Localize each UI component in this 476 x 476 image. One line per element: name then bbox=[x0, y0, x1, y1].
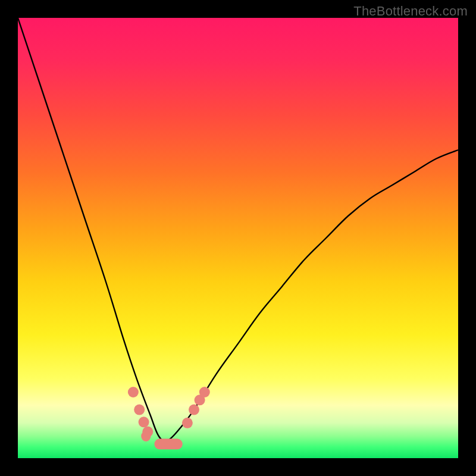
plot-area bbox=[18, 18, 458, 458]
curve-marker bbox=[199, 387, 210, 397]
curve-marker-capsule bbox=[154, 439, 182, 449]
watermark-text: TheBottleneck.com bbox=[353, 4, 468, 19]
marker-layer bbox=[128, 387, 210, 449]
curve-marker bbox=[182, 418, 193, 428]
chart-svg bbox=[18, 18, 458, 458]
curve-marker bbox=[189, 405, 199, 415]
curve-marker bbox=[134, 405, 145, 415]
bottleneck-curve bbox=[18, 18, 458, 441]
chart-frame: TheBottleneck.com bbox=[0, 0, 476, 476]
curve-marker-capsule bbox=[141, 431, 151, 441]
curve-marker bbox=[128, 387, 139, 397]
curve-marker bbox=[139, 416, 149, 427]
